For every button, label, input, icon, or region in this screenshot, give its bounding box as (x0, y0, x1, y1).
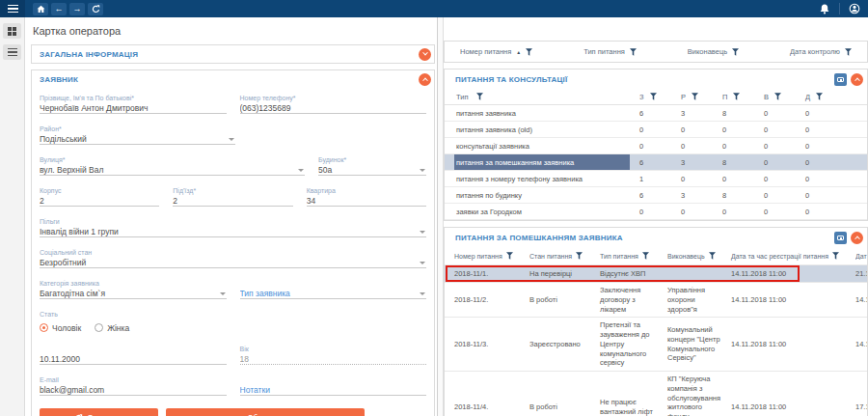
topbar-right (819, 3, 868, 15)
fullname-field[interactable]: Прізвище, Ім'я та По батькові* Чернобаїв… (40, 94, 227, 114)
filter-icon[interactable] (642, 252, 649, 260)
filter-item-1[interactable]: Тип питання (583, 47, 637, 56)
filter-item-3[interactable]: Дата контролю (790, 47, 852, 56)
section-applicant: ЗАЯВНИК Прізвище, Ім'я та По батькові* Ч… (31, 69, 435, 416)
phone-field[interactable]: Номер телефону* (063)1235689 (240, 94, 427, 114)
consultations-row[interactable]: питання по будинку63800 (445, 187, 867, 204)
filter-icon[interactable] (832, 252, 839, 260)
consultations-row[interactable]: заявки за Городком00000 (445, 204, 867, 220)
benefits-select[interactable]: Пільги Інвалід війни 1 групи (40, 217, 426, 237)
detail-view-button[interactable] (834, 73, 847, 86)
radio-label: Жінка (107, 323, 129, 333)
filter-icon[interactable] (709, 252, 716, 260)
panel-divider[interactable] (437, 17, 444, 416)
expand-section-button[interactable] (419, 48, 431, 61)
housing-row[interactable]: 2018-11/4.В роботіНе працює вантажний лі… (445, 371, 867, 416)
status-cell: В роботі (529, 402, 600, 412)
field-label (40, 345, 227, 353)
filter-icon[interactable] (506, 252, 513, 260)
filter-icon[interactable] (526, 48, 532, 56)
housing-row[interactable]: 2018-11/2.В роботіЗаключення договору з … (445, 282, 867, 317)
forward-button[interactable]: → (69, 3, 85, 15)
filter-icon[interactable] (576, 252, 583, 260)
filter-icon[interactable] (476, 93, 483, 100)
sidebar-item-dashboard[interactable] (3, 23, 21, 39)
gender-option-0[interactable]: Чоловік (40, 323, 81, 333)
consultations-row[interactable]: питання заявника (old)00000 (445, 122, 867, 138)
apartment-field[interactable]: Квартира 34 (307, 186, 426, 207)
executor-cell: КП "Керуюча компанія з обслуговування жи… (667, 374, 731, 416)
filter-icon[interactable] (630, 48, 637, 56)
filter-icon[interactable] (692, 93, 698, 100)
building-select[interactable]: Будинок* 50a (318, 155, 426, 176)
gender-option-1[interactable]: Жінка (95, 323, 129, 333)
street-select[interactable]: Вулиця* вул. Верхній Вал (40, 155, 305, 176)
home-icon (37, 5, 45, 14)
count-cell: 0 (713, 208, 754, 216)
field-value: black@gmail.com (40, 384, 227, 396)
radio-icon[interactable] (40, 323, 48, 332)
field-label (240, 279, 427, 288)
entrance-field[interactable]: Під'їзд* 2 (173, 186, 292, 207)
field-placeholder: Тип заявника (240, 288, 427, 299)
email-field[interactable]: E-mail black@gmail.com (40, 375, 227, 396)
column-header: П (722, 93, 727, 101)
notes-field[interactable]: Нотатки (240, 375, 427, 396)
block-field[interactable]: Корпус 2 (40, 186, 159, 207)
back-button[interactable]: ← (51, 3, 67, 15)
social-status-select[interactable]: Соціальний стан Безробітний (40, 248, 426, 268)
count-cell: 0 (630, 125, 671, 134)
user-icon[interactable] (849, 3, 860, 14)
applicant-form: Прізвище, Ім'я та По батькові* Чернобаїв… (32, 88, 434, 416)
collapse-section-button[interactable] (851, 232, 863, 244)
radio-icon[interactable] (95, 323, 103, 332)
home-button[interactable] (33, 3, 48, 15)
count-cell: 0 (713, 175, 754, 183)
section-applicant-header[interactable]: ЗАЯВНИК (32, 70, 434, 88)
filter-icon[interactable] (845, 48, 852, 56)
consultations-row[interactable]: питання з номеру телефону заявника10000 (445, 171, 867, 187)
type-cell: питання з номеру телефону заявника (454, 171, 630, 186)
field-value: 34 (307, 195, 426, 207)
menu-icon (8, 5, 18, 13)
filter-icon[interactable] (816, 93, 823, 100)
consultations-row[interactable]: консультації заявника00000 (445, 138, 867, 154)
field-placeholder: Нотатки (240, 384, 427, 396)
sidebar-item-list[interactable] (3, 44, 21, 60)
section-general-header[interactable]: ЗАГАЛЬНА ІНФОРМАЦІЯ (32, 45, 434, 63)
housing-row[interactable]: 2018-11/1.На перевірціВідсутнє ХВП14.11.… (445, 264, 867, 282)
bell-icon[interactable] (819, 3, 830, 15)
consultations-row[interactable]: питання заявника63800 (445, 105, 867, 122)
back-icon: ← (55, 5, 64, 14)
save-button[interactable]: Зберегти (166, 408, 365, 416)
detail-view-button[interactable] (834, 232, 847, 244)
column-header: Дат (855, 253, 867, 260)
applicant-type-select[interactable]: Тип заявника (240, 279, 427, 299)
filter-icon[interactable] (733, 93, 740, 100)
district-select[interactable]: Район* Подільський (40, 125, 235, 145)
topbar: ← → (0, 0, 868, 17)
refresh-button[interactable] (88, 3, 103, 15)
column-header: З (639, 93, 644, 101)
collapse-section-button[interactable] (419, 73, 431, 86)
browser-nav: ← → (33, 3, 103, 15)
category-select[interactable]: Категорія заявника Багатодітна сім`я (40, 279, 227, 299)
menu-button[interactable] (0, 0, 25, 17)
filter-icon[interactable] (732, 48, 739, 56)
status-cell: Зареєстровано (529, 340, 600, 349)
filter-item-0[interactable]: Номер питання▲ (460, 47, 532, 56)
status-cell: На перевірці (529, 269, 600, 279)
gender-label: Стать (40, 310, 426, 319)
housing-header: ПИТАННЯ ЗА ПОМЕШКАННЯМ ЗАЯВНИКА (445, 228, 867, 247)
field-label: E-mail (40, 375, 227, 384)
filter-icon[interactable] (774, 93, 781, 100)
filter-item-2[interactable]: Виконавець (688, 47, 739, 56)
collapse-section-button[interactable] (851, 73, 863, 86)
housing-questions-card: ПИТАННЯ ЗА ПОМЕШКАННЯМ ЗАЯВНИКА Номер пи… (444, 227, 868, 416)
birth-date-field[interactable]: 10.11.2000 (40, 345, 227, 365)
column-header: Стан питання (529, 253, 572, 260)
filter-icon[interactable] (650, 93, 657, 100)
housing-row[interactable]: 2018-11/3.ЗареєстрованоПретензії та заув… (445, 317, 867, 371)
consultations-row[interactable]: питання за помешканням заявника63800 (445, 154, 867, 171)
clear-button[interactable]: Очистити (40, 408, 158, 416)
